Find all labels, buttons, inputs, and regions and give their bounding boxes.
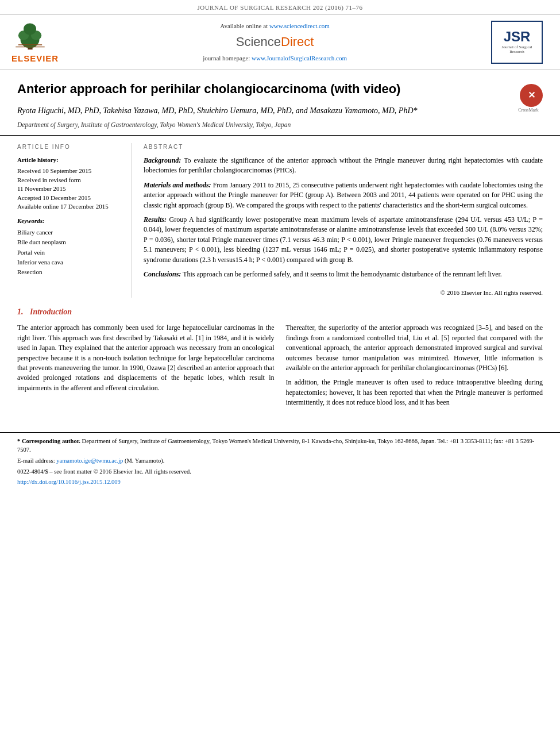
intro-left-col: The anterior approach has commonly been … [17,323,275,412]
article-info-header: ARTICLE INFO [17,143,123,151]
jsr-abbr: JSR [504,30,531,44]
introduction-body: The anterior approach has commonly been … [17,323,543,412]
email-name: (M. Yamamoto). [125,457,164,464]
abstract-results: Results: Group A had significantly lower… [144,215,543,265]
keywords-list: Biliary cancer Bile duct neoplasm Portal… [17,228,123,277]
elsevier-tree-img [11,20,49,51]
keyword-biliary: Biliary cancer [17,228,123,237]
jsr-full-name: Journal of Surgical Research [495,45,539,55]
email-address[interactable]: yamamoto.ige@twmu.ac.jp [56,457,123,464]
doi-text: http://dx.doi.org/10.1016/j.jss.2015.12.… [17,478,543,487]
elsevier-logo-block: ELSEVIER [11,20,59,64]
abstract-methods: Materials and methods: From January 2011… [144,180,543,210]
conclusions-label: Conclusions: [144,270,181,278]
elsevier-tree-svg [11,20,49,51]
section-number: 1. [17,307,24,316]
keyword-ivc: Inferior vena cava [17,258,123,267]
article-info-column: ARTICLE INFO Article history: Received 1… [0,143,132,298]
crossmark-icon: ✕ [520,84,543,107]
received-1: Received 10 September 2015 Received in r… [17,167,123,211]
article-title: Anterior approach for perihilar cholangi… [17,81,505,98]
abstract-background: Background: To evaluate the significance… [144,156,543,176]
sciencedirect-science: Science [236,34,281,49]
section-title: Introduction [30,307,72,316]
authors: Ryota Higuchi, MD, PhD, Takehisa Yazawa,… [17,105,505,117]
affiliation: Department of Surgery, Institute of Gast… [17,120,505,129]
journal-homepage: journal homepage: www.JournalofSurgicalR… [203,54,347,63]
title-authors-block: Anterior approach for perihilar cholangi… [17,81,505,129]
results-label: Results: [144,216,167,224]
info-abstract-section: ARTICLE INFO Article history: Received 1… [0,136,560,298]
introduction-heading: 1. Introduction [17,306,543,318]
corresponding-text: Department of Surgery, Institute of Gast… [17,438,534,453]
keyword-resection: Resection [17,268,123,276]
corresponding-label: * Corresponding author. [17,438,80,444]
sciencedirect-url[interactable]: www.sciencedirect.com [269,22,330,29]
elsevier-wordmark: ELSEVIER [11,52,59,64]
title-section: Anterior approach for perihilar cholangi… [0,70,560,136]
keywords-label: Keywords: [17,217,123,225]
corresponding-author: * Corresponding author. Department of Su… [17,437,543,454]
sciencedirect-block: Available online at www.sciencedirect.co… [59,22,491,63]
journal-citation: JOURNAL OF SURGICAL RESEARCH 202 (2016) … [197,4,362,11]
copyright: © 2016 Elsevier Inc. All rights reserved… [144,285,543,297]
intro-right-para-1: Thereafter, the superiority of the anter… [286,323,543,373]
crossmark-label: CrossMark [518,107,539,113]
conclusions-text: This approach can be performed safely, a… [183,270,502,278]
sciencedirect-direct: Direct [281,34,314,49]
background-label: Background: [144,156,181,164]
email-label: E-mail address: [17,457,55,464]
abstract-header: ABSTRACT [144,143,543,151]
jsr-logo: JSR Journal of Surgical Research [491,21,543,64]
journal-topbar: JOURNAL OF SURGICAL RESEARCH 202 (2016) … [0,0,560,14]
svg-point-4 [24,24,36,35]
doi-link[interactable]: http://dx.doi.org/10.1016/j.jss.2015.12.… [17,479,121,485]
methods-label: Materials and methods: [144,181,211,189]
main-content: 1. Introduction The anterior approach ha… [0,298,560,421]
email-footnote: E-mail address: yamamoto.ige@twmu.ac.jp … [17,457,543,466]
journal-header: ELSEVIER Available online at www.science… [0,14,560,70]
results-text: Group A had significantly lower postoper… [144,216,543,264]
keyword-bile-duct: Bile duct neoplasm [17,238,123,247]
history-label: Article history: [17,156,123,164]
background-text: To evaluate the significance of the ante… [144,156,543,174]
crossmark-block: ✕ CrossMark [514,81,543,113]
footer-section: * Corresponding author. Department of Su… [0,432,560,486]
journal-homepage-url[interactable]: www.JournalofSurgicalResearch.com [252,55,347,61]
keyword-portal-vein: Portal vein [17,248,123,257]
available-online-text: Available online at www.sciencedirect.co… [220,22,330,30]
sciencedirect-logo: ScienceDirect [236,33,314,51]
issn-text: 0022-4804/$ – see front matter © 2016 El… [17,468,543,476]
abstract-conclusions: Conclusions: This approach can be perfor… [144,270,543,279]
intro-right-para-2: In addition, the Pringle maneuver is oft… [286,378,543,407]
abstract-column: ABSTRACT Background: To evaluate the sig… [132,143,560,298]
intro-right-col: Thereafter, the superiority of the anter… [286,323,543,412]
abstract-content: Background: To evaluate the significance… [144,156,543,279]
intro-para-1: The anterior approach has commonly been … [17,323,275,393]
